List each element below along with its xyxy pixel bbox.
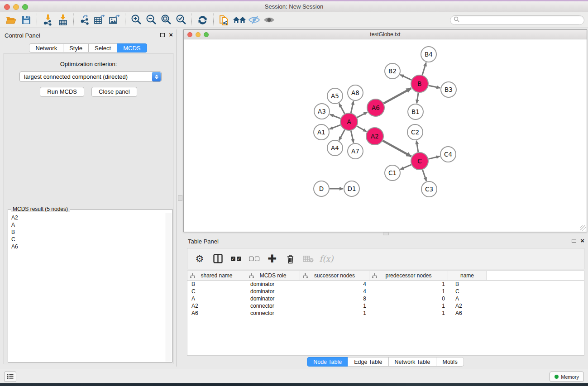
- float-panel-icon[interactable]: [160, 33, 165, 37]
- graph-edge[interactable]: [416, 141, 418, 152]
- tab-edge-table[interactable]: Edge Table: [348, 357, 388, 367]
- tab-network[interactable]: Network: [29, 43, 63, 52]
- show-all-button[interactable]: [262, 13, 277, 27]
- result-item[interactable]: A2: [11, 214, 163, 221]
- graph-edge[interactable]: [357, 126, 366, 132]
- show-columns-icon[interactable]: [212, 253, 224, 265]
- graph-edge[interactable]: [422, 62, 426, 75]
- refresh-view-button[interactable]: [195, 13, 210, 27]
- network-minimize-button[interactable]: [196, 32, 201, 37]
- column-header-predecessor-nodes[interactable]: predecessor nodes: [369, 271, 448, 280]
- create-network-from-selection-button[interactable]: [217, 13, 232, 27]
- export-table-button[interactable]: [92, 13, 107, 27]
- network-close-button[interactable]: [187, 32, 192, 37]
- graph-edge[interactable]: [400, 75, 411, 80]
- vertical-split-handle[interactable]: [178, 195, 182, 201]
- result-item[interactable]: C: [11, 236, 163, 243]
- app-title: Session: New Session: [0, 1, 588, 12]
- horizontal-split-handle[interactable]: [383, 232, 389, 235]
- export-network-icon: [79, 14, 90, 26]
- table-row[interactable]: A6connector11A6: [187, 310, 584, 317]
- graph-edge[interactable]: [339, 104, 344, 114]
- show-panels-button[interactable]: [4, 372, 16, 382]
- column-header-shared-name[interactable]: shared name: [187, 271, 246, 280]
- home-button[interactable]: [232, 13, 247, 27]
- search-input[interactable]: [461, 16, 584, 24]
- close-panel-icon[interactable]: ×: [169, 33, 173, 37]
- desktop-strip-bottom: [0, 383, 588, 386]
- graph-node-label: B2: [388, 67, 397, 75]
- table-settings-gear-icon[interactable]: ⚙: [194, 253, 206, 265]
- minimize-window-button[interactable]: [13, 4, 19, 10]
- toolbar-separator: [73, 14, 74, 26]
- graph-edge[interactable]: [400, 165, 411, 169]
- zoom-in-icon: [130, 14, 142, 26]
- graph-edge[interactable]: [422, 170, 426, 181]
- graph-node-label: A4: [331, 144, 339, 152]
- select-all-columns-icon[interactable]: ✓✓: [230, 253, 242, 265]
- hierarchy-icon: [249, 273, 254, 280]
- export-image-button[interactable]: [107, 13, 122, 27]
- graph-edge[interactable]: [417, 93, 418, 103]
- tab-mcds[interactable]: MCDS: [117, 43, 147, 52]
- result-item[interactable]: A6: [11, 243, 163, 250]
- graph-edge[interactable]: [357, 112, 368, 118]
- tab-select[interactable]: Select: [88, 43, 117, 52]
- network-window-titlebar[interactable]: testGlobe.txt: [184, 30, 587, 39]
- hide-selected-button[interactable]: [247, 13, 262, 27]
- column-header-successor-nodes[interactable]: successor nodes: [300, 271, 369, 280]
- tab-network-table[interactable]: Network Table: [388, 357, 437, 367]
- zoom-in-button[interactable]: [129, 13, 143, 27]
- close-panel-icon[interactable]: ×: [580, 238, 584, 243]
- graph-edge[interactable]: [351, 131, 354, 143]
- mcds-result-list[interactable]: A2ABCA6: [9, 213, 165, 362]
- result-item[interactable]: A: [11, 221, 163, 229]
- criterion-dropdown[interactable]: largest connected component (directed): [19, 71, 162, 82]
- network-canvas[interactable]: AA1A3A4A5A7A8A6A2BB1B2B3B4CC1C2C3C4DD1: [184, 39, 587, 232]
- result-scrollbar[interactable]: [166, 213, 172, 362]
- close-window-button[interactable]: [4, 4, 10, 10]
- graph-edge[interactable]: [382, 141, 411, 157]
- export-network-button[interactable]: [77, 13, 92, 27]
- delete-column-trash-icon[interactable]: [284, 253, 296, 265]
- open-file-button[interactable]: [4, 13, 19, 27]
- graph-edge[interactable]: [330, 114, 341, 119]
- create-column-icon[interactable]: ✚: [266, 253, 278, 265]
- table-cell: B: [448, 281, 487, 288]
- table-cell: 1: [300, 310, 369, 317]
- result-item[interactable]: B: [11, 229, 163, 236]
- window-resize-grip[interactable]: [580, 225, 586, 231]
- graph-edge[interactable]: [351, 101, 354, 113]
- network-zoom-button[interactable]: [204, 32, 209, 37]
- graph-edge[interactable]: [339, 130, 345, 141]
- table-row[interactable]: A2connector11A2: [187, 302, 584, 310]
- zoom-fit-button[interactable]: [158, 13, 173, 27]
- memory-button[interactable]: Memory: [550, 372, 584, 382]
- tab-motifs[interactable]: Motifs: [436, 357, 464, 367]
- import-network-button[interactable]: [40, 13, 55, 27]
- search-field[interactable]: [450, 15, 584, 25]
- zoom-selected-button[interactable]: [173, 13, 188, 27]
- run-mcds-button[interactable]: Run MCDS: [40, 87, 84, 97]
- save-session-button[interactable]: [19, 13, 33, 27]
- column-header-mcds-role[interactable]: MCDS role: [246, 271, 300, 280]
- zoom-out-button[interactable]: [143, 13, 158, 27]
- unselect-all-columns-icon[interactable]: [248, 253, 260, 265]
- close-panel-button[interactable]: Close panel: [91, 87, 137, 97]
- tab-node-table[interactable]: Node Table: [307, 357, 348, 367]
- status-bar: Memory: [0, 369, 588, 383]
- tab-style[interactable]: Style: [63, 43, 89, 52]
- toolbar-separator: [213, 14, 214, 26]
- graph-edge[interactable]: [429, 86, 440, 88]
- graph-edge[interactable]: [330, 125, 341, 129]
- table-row[interactable]: Adominator80A: [187, 295, 584, 302]
- import-table-button[interactable]: [55, 13, 70, 27]
- zoom-window-button[interactable]: [22, 4, 28, 10]
- hierarchy-icon: [372, 273, 377, 280]
- column-header-name[interactable]: name: [448, 271, 487, 280]
- table-row[interactable]: Cdominator41C: [187, 288, 584, 295]
- graph-edge[interactable]: [428, 156, 440, 159]
- table-row[interactable]: Bdominator41B: [187, 281, 584, 288]
- float-panel-icon[interactable]: [572, 239, 576, 243]
- graph-edge[interactable]: [384, 88, 411, 103]
